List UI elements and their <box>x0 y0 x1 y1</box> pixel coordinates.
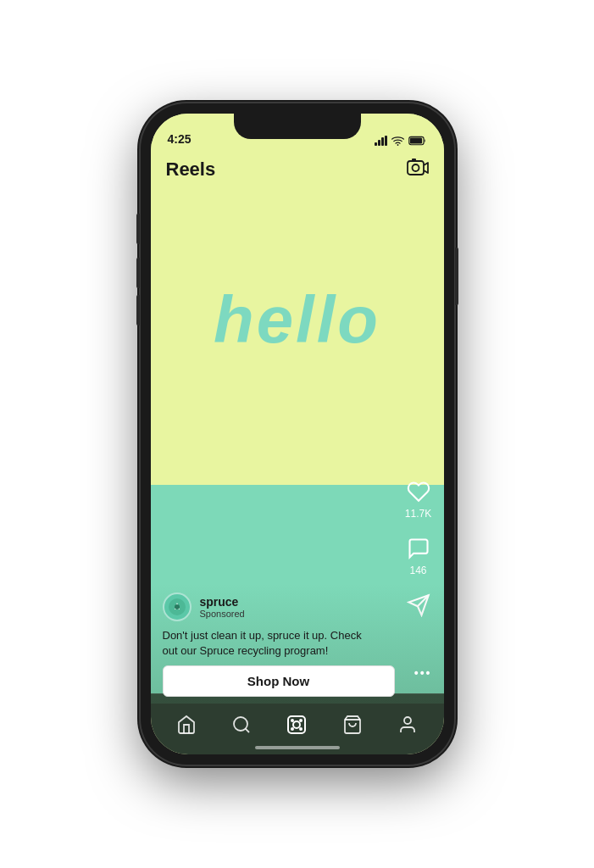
profile-info: spruce Sponsored <box>200 595 245 619</box>
nav-home[interactable] <box>168 706 205 743</box>
comment-icon[interactable] <box>405 535 432 562</box>
svg-point-17 <box>291 728 293 730</box>
svg-point-20 <box>404 717 411 724</box>
like-count: 11.7K <box>405 508 431 520</box>
more-options-button[interactable]: ••• <box>414 666 432 680</box>
svg-point-18 <box>300 728 302 730</box>
sponsored-label: Sponsored <box>200 609 245 619</box>
comment-count: 146 <box>409 565 426 576</box>
hello-text: hello <box>214 281 380 359</box>
reels-header: Reels <box>151 151 444 188</box>
profile-row: spruce Sponsored <box>163 593 432 621</box>
signal-icon <box>375 136 387 146</box>
svg-rect-2 <box>409 137 421 143</box>
bottom-overlay: spruce Sponsored Don't just clean it up,… <box>151 584 444 704</box>
svg-rect-13 <box>288 716 305 733</box>
svg-rect-5 <box>412 159 416 161</box>
phone-body: 4:25 <box>141 103 454 765</box>
svg-point-15 <box>291 720 293 721</box>
battery-icon <box>408 136 427 146</box>
shop-now-button[interactable]: Shop Now <box>163 665 395 697</box>
nav-profile[interactable] <box>389 706 426 743</box>
like-icon[interactable] <box>405 478 432 505</box>
profile-name: spruce <box>200 595 245 609</box>
avatar <box>163 593 192 621</box>
svg-point-14 <box>293 721 300 728</box>
svg-point-10 <box>175 604 180 609</box>
camera-button[interactable] <box>407 158 429 181</box>
nav-shop[interactable] <box>334 706 371 743</box>
caption-text: Don't just clean it up, spruce it up. Ch… <box>163 628 373 659</box>
like-action[interactable]: 11.7K <box>405 478 432 520</box>
status-time: 4:25 <box>168 132 192 146</box>
svg-rect-3 <box>408 161 424 175</box>
nav-search[interactable] <box>223 706 260 743</box>
reels-title: Reels <box>166 159 216 181</box>
nav-reels[interactable] <box>278 706 315 743</box>
svg-line-12 <box>246 728 249 732</box>
phone-screen: 4:25 <box>151 114 444 754</box>
status-icons <box>375 136 427 146</box>
notch <box>234 114 361 139</box>
phone-wrapper: 4:25 <box>0 0 594 868</box>
comment-action[interactable]: 146 <box>405 535 432 576</box>
home-indicator <box>255 746 340 749</box>
svg-point-11 <box>234 717 247 731</box>
svg-point-16 <box>300 720 302 721</box>
wifi-icon <box>391 136 404 146</box>
svg-point-4 <box>412 164 419 171</box>
svg-point-0 <box>397 144 398 146</box>
